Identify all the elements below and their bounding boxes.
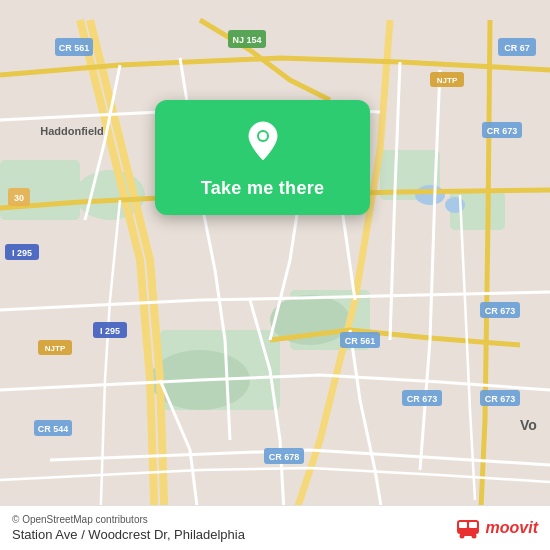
svg-rect-45 [459, 522, 467, 528]
moovit-logo: moovit [454, 514, 538, 542]
svg-text:I 295: I 295 [100, 326, 120, 336]
svg-point-8 [415, 185, 445, 205]
osm-attribution: © OpenStreetMap contributors [12, 514, 245, 525]
svg-text:NJTP: NJTP [437, 76, 458, 85]
svg-text:NJTP: NJTP [45, 344, 66, 353]
svg-text:CR 544: CR 544 [38, 424, 69, 434]
svg-text:CR 67: CR 67 [504, 43, 530, 53]
svg-text:CR 678: CR 678 [269, 452, 300, 462]
map-svg: CR 561 NJ 154 CR 67 NJTP CR 673 Haddonfi… [0, 0, 550, 550]
take-me-there-label: Take me there [201, 178, 325, 199]
moovit-text: moovit [486, 519, 538, 537]
svg-text:CR 673: CR 673 [407, 394, 438, 404]
map-container: CR 561 NJ 154 CR 67 NJTP CR 673 Haddonfi… [0, 0, 550, 550]
bottom-bar: © OpenStreetMap contributors Station Ave… [0, 505, 550, 550]
svg-text:30: 30 [14, 193, 24, 203]
location-label: Station Ave / Woodcrest Dr, Philadelphia [12, 527, 245, 542]
bottom-left: © OpenStreetMap contributors Station Ave… [12, 514, 245, 542]
svg-point-9 [445, 197, 465, 213]
svg-rect-46 [469, 522, 477, 528]
svg-text:CR 673: CR 673 [485, 394, 516, 404]
svg-text:CR 673: CR 673 [487, 126, 518, 136]
svg-text:Vo: Vo [520, 417, 537, 433]
svg-text:CR 561: CR 561 [59, 43, 90, 53]
moovit-icon [454, 514, 482, 542]
svg-text:CR 561: CR 561 [345, 336, 376, 346]
take-me-there-button[interactable]: Take me there [155, 100, 370, 215]
svg-rect-49 [460, 533, 476, 536]
svg-text:NJ 154: NJ 154 [232, 35, 261, 45]
svg-point-43 [259, 132, 267, 140]
location-pin-icon [240, 118, 286, 168]
svg-text:I 295: I 295 [12, 248, 32, 258]
svg-text:Haddonfield: Haddonfield [40, 125, 104, 137]
svg-text:CR 673: CR 673 [485, 306, 516, 316]
